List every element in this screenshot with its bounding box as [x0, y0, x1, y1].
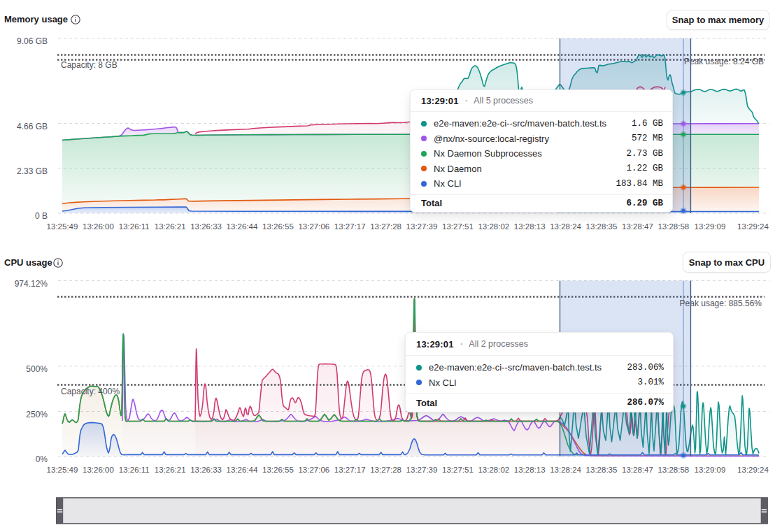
svg-text:250%: 250% — [26, 410, 48, 419]
svg-text:13:28:47: 13:28:47 — [622, 222, 653, 231]
svg-text:13:28:02: 13:28:02 — [478, 466, 509, 474]
svg-text:13:28:13: 13:28:13 — [514, 466, 546, 474]
svg-text:13:29:09: 13:29:09 — [695, 466, 726, 474]
svg-text:13:27:06: 13:27:06 — [298, 222, 329, 231]
svg-text:13:26:00: 13:26:00 — [83, 222, 114, 231]
svg-text:9.06 GB: 9.06 GB — [17, 36, 48, 46]
svg-text:13:26:00: 13:26:00 — [83, 466, 114, 474]
svg-text:Capacity: 8 GB: Capacity: 8 GB — [61, 60, 118, 70]
svg-text:13:29:24: 13:29:24 — [737, 466, 769, 474]
svg-text:13:25:49: 13:25:49 — [47, 222, 78, 231]
svg-text:Capacity: 400%: Capacity: 400% — [61, 387, 120, 396]
svg-text:13:26:21: 13:26:21 — [155, 222, 186, 231]
svg-text:Peak usage: 8.24 GB: Peak usage: 8.24 GB — [684, 57, 764, 66]
svg-text:13:26:21: 13:26:21 — [155, 466, 186, 474]
svg-text:500%: 500% — [26, 364, 48, 374]
svg-text:13:28:24: 13:28:24 — [550, 222, 581, 231]
svg-text:13:28:35: 13:28:35 — [586, 222, 618, 231]
svg-text:2.33 GB: 2.33 GB — [17, 166, 48, 176]
svg-text:974.12%: 974.12% — [15, 279, 48, 289]
svg-text:13:27:39: 13:27:39 — [406, 222, 438, 231]
svg-text:13:28:02: 13:28:02 — [478, 222, 509, 231]
svg-text:13:28:58: 13:28:58 — [657, 466, 689, 474]
svg-text:13:28:47: 13:28:47 — [622, 466, 653, 474]
svg-text:0 B: 0 B — [35, 211, 48, 221]
svg-text:13:26:33: 13:26:33 — [190, 222, 222, 231]
svg-text:13:29:24: 13:29:24 — [737, 222, 769, 231]
svg-text:13:27:17: 13:27:17 — [334, 466, 366, 474]
svg-text:13:25:49: 13:25:49 — [47, 466, 78, 474]
svg-text:13:27:51: 13:27:51 — [442, 222, 474, 231]
svg-text:13:26:44: 13:26:44 — [227, 222, 258, 231]
svg-text:13:27:17: 13:27:17 — [334, 222, 366, 231]
svg-text:13:28:35: 13:28:35 — [586, 466, 618, 474]
svg-text:13:26:11: 13:26:11 — [119, 222, 150, 231]
svg-text:13:26:55: 13:26:55 — [262, 222, 294, 231]
svg-text:13:27:39: 13:27:39 — [406, 466, 438, 474]
svg-text:13:26:55: 13:26:55 — [262, 466, 294, 474]
svg-text:4.66 GB: 4.66 GB — [17, 122, 48, 131]
svg-text:13:26:44: 13:26:44 — [227, 466, 258, 474]
svg-text:13:27:51: 13:27:51 — [442, 466, 474, 474]
svg-text:13:27:28: 13:27:28 — [370, 222, 401, 231]
svg-text:13:29:09: 13:29:09 — [695, 222, 726, 231]
svg-text:Peak usage: 885.56%: Peak usage: 885.56% — [680, 299, 762, 308]
svg-text:13:26:33: 13:26:33 — [190, 466, 222, 474]
svg-text:13:26:11: 13:26:11 — [119, 466, 150, 474]
svg-text:13:28:58: 13:28:58 — [657, 222, 689, 231]
svg-text:0%: 0% — [36, 454, 48, 464]
svg-text:13:27:06: 13:27:06 — [298, 466, 329, 474]
svg-text:13:27:28: 13:27:28 — [370, 466, 401, 474]
svg-text:13:28:13: 13:28:13 — [514, 222, 546, 231]
svg-text:13:28:24: 13:28:24 — [550, 466, 581, 474]
